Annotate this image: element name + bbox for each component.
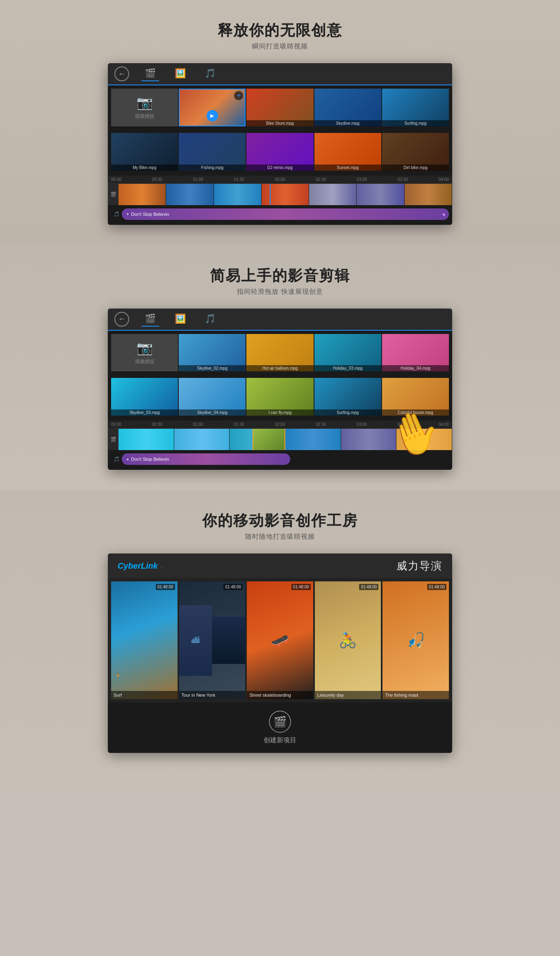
ruler2-230: 02:30 — [316, 422, 326, 427]
tab-video-2[interactable]: 🎬 — [141, 312, 159, 327]
media-thumb-surf2[interactable]: Surfing.mpg — [314, 378, 381, 416]
section1-title: 释放你的无限创意 — [0, 21, 560, 41]
timeline-area-2: 00:00 00:30 01:00 01:30 02:00 02:30 03:0… — [108, 419, 452, 470]
ny-buildings: 🏙 — [179, 605, 212, 676]
surf-time: 01:48:00 — [156, 584, 175, 590]
media-thumb-dirt[interactable]: Dirt bike.mpg — [382, 133, 449, 171]
create-project-area: 🎬 创建新项目 — [108, 702, 452, 753]
media-thumb-dj[interactable]: DJ remix.mpg — [246, 133, 313, 171]
media-thumb-bike[interactable]: Bike Stunt.mpg — [246, 89, 313, 126]
audio-end-1: ● — [442, 211, 446, 217]
ruler-230: 02:30 — [316, 177, 326, 182]
gallery-item-fishing[interactable]: 🎣 01:48:00 The fishing mast — [382, 581, 449, 699]
gallery-item-surf[interactable]: 🧍 01:48:00 Surf — [111, 581, 178, 699]
camera-icon-1: 📷 — [137, 95, 153, 110]
cyberlink-topbar: CyberLink . 威力导演 — [108, 553, 452, 578]
media-grid-1: 📷 视频捕捉 + ▶ Bike Stunt.mpg Skydive.mpg — [108, 85, 452, 130]
app-frame-2: ← 🎬 🖼️ 🎵 📷 视频捕捉 Skydive_02.mpg Hot air b… — [108, 309, 452, 470]
bike-label: Bike Stunt.mpg — [246, 120, 313, 126]
sky-label: Skydive.mpg — [314, 120, 381, 126]
section3-header: 你的移动影音创作工房 随时随地打造吸睛视频 — [0, 503, 560, 545]
drag-thumb — [253, 429, 285, 450]
gallery-bg-ny: 🏙 — [179, 581, 246, 699]
ruler2-00: 00:00 — [111, 422, 121, 427]
media-thumb-mybike[interactable]: My Bike.mpg — [111, 133, 178, 171]
media-thumb-sunset[interactable]: Sunset.mpg — [314, 133, 381, 171]
media-thumb-colorhouse[interactable]: Colorful house.mpg — [382, 378, 449, 416]
app-topbar-1: ← 🎬 🖼️ 🎵 — [108, 63, 452, 85]
audio-icon-2: 🎵 — [111, 456, 122, 462]
surf-title: Surf — [111, 691, 178, 699]
surf-label: Surfing.mpg — [382, 120, 449, 126]
media-thumb-holiday3[interactable]: Holiday_03.mpg — [314, 334, 381, 372]
tab-photo-1[interactable]: 🖼️ — [171, 66, 189, 81]
cyberlink-app-name: 威力导演 — [396, 559, 442, 573]
ruler-300: 03:00 — [357, 177, 367, 182]
ruler2-300: 03:00 — [357, 422, 367, 427]
gallery-bg-fishing: 🎣 — [382, 581, 449, 699]
media-thumb-surf[interactable]: Surfing.mpg — [382, 89, 449, 126]
tab-photo-2[interactable]: 🖼️ — [171, 312, 189, 327]
capture-thumb-2[interactable]: 📷 视频捕捉 — [111, 334, 178, 372]
ruler2-400: 04:00 — [439, 422, 449, 427]
selected-thumb-1[interactable]: + ▶ — [179, 89, 246, 126]
vt2-1 — [118, 429, 174, 450]
media-thumb-skydive3[interactable]: Skydive_03.mpg — [111, 378, 178, 416]
media-thumb-skydive4[interactable]: Skydive_04.mpg — [179, 378, 246, 416]
audio-icon-1: 🎵 — [111, 211, 122, 217]
media-thumb-balloon[interactable]: Hot air balloon.mpg — [246, 334, 313, 372]
media-grid-2: 📷 视频捕捉 Skydive_02.mpg Hot air balloon.mp… — [108, 331, 452, 375]
section1-header: 释放你的无限创意 瞬间打造吸睛视频 — [0, 12, 560, 55]
tab-music-1[interactable]: 🎵 — [201, 66, 219, 81]
vt-5 — [309, 184, 357, 205]
vt-7 — [405, 184, 452, 205]
fish-label: Fishing.mpg — [179, 165, 246, 171]
media-thumb-fly[interactable]: I can fly.mpg — [246, 378, 313, 416]
leisure-title: Leisurely day — [315, 691, 381, 699]
create-project-label: 创建新项目 — [264, 736, 296, 745]
playhead-1[interactable] — [270, 184, 271, 205]
video-track-1: 🎬 — [108, 184, 452, 205]
skydive3-label: Skydive_03.mpg — [111, 409, 178, 416]
ruler-00: 00:00 — [111, 177, 121, 182]
media-thumb-fish[interactable]: Fishing.mpg — [179, 133, 246, 171]
back-button-2[interactable]: ← — [114, 312, 129, 327]
gallery-bg-skate: 🛹 — [247, 581, 313, 699]
gallery-item-ny[interactable]: 🏙 01:48:00 Tour in New York — [179, 581, 246, 699]
leisure-time: 01:48:00 — [359, 584, 378, 590]
fishing-title: The fishing mast — [382, 691, 449, 699]
fly-label: I can fly.mpg — [246, 409, 313, 416]
ruler-030: 00:30 — [152, 177, 162, 182]
vt2-5 — [341, 429, 397, 450]
audio-label-2: Don't Stop Believin — [131, 457, 169, 462]
mybike-label: My Bike.mpg — [111, 165, 178, 171]
back-button-1[interactable]: ← — [114, 66, 129, 81]
timeline-area-1: 00:00 00:30 01:00 01:30 02:00 02:30 03:0… — [108, 174, 452, 225]
ruler2-200: 02:00 — [275, 422, 285, 427]
tab-video-1[interactable]: 🎬 — [141, 66, 159, 81]
gallery-item-skate[interactable]: 🛹 01:48:00 Street skateboarding — [247, 581, 313, 699]
create-project-icon[interactable]: 🎬 — [269, 711, 291, 733]
media-thumb-skydive2[interactable]: Skydive_02.mpg — [179, 334, 246, 372]
vt-6 — [357, 184, 404, 205]
ruler2-100: 01:00 — [193, 422, 203, 427]
play-btn-1[interactable]: ▶ — [207, 110, 218, 121]
gallery-item-leisure[interactable]: 🚴 01:48:00 Leisurely day — [315, 581, 381, 699]
vt2-6 — [396, 429, 452, 450]
media-thumb-holiday4[interactable]: Holiday_04.mpg — [382, 334, 449, 372]
app-frame-1: ← 🎬 🖼️ 🎵 📷 视频捕捉 + ▶ Bike Stu — [108, 63, 452, 225]
ruler-400: 04:00 — [439, 177, 449, 182]
section3-subtitle: 随时随地打造吸睛视频 — [0, 533, 560, 541]
vt-1 — [118, 184, 166, 205]
section2-title: 简易上手的影音剪辑 — [0, 266, 560, 286]
media-thumb-sky[interactable]: Skydive.mpg — [314, 89, 381, 126]
audio-label-1: Don't Stop Believin — [131, 212, 169, 217]
tab-music-2[interactable]: 🎵 — [201, 312, 219, 327]
cyberlink-logo-sub: . — [161, 563, 162, 569]
ruler-100: 01:00 — [193, 177, 203, 182]
media-grid-1b: My Bike.mpg Fishing.mpg DJ remix.mpg Sun… — [108, 130, 452, 174]
balloon-label: Hot air balloon.mpg — [246, 365, 313, 371]
cyberlink-logo-text: CyberLink — [118, 561, 158, 571]
capture-thumb-1[interactable]: 📷 视频捕捉 — [111, 89, 178, 126]
capture-label-2: 视频捕捉 — [135, 358, 155, 365]
